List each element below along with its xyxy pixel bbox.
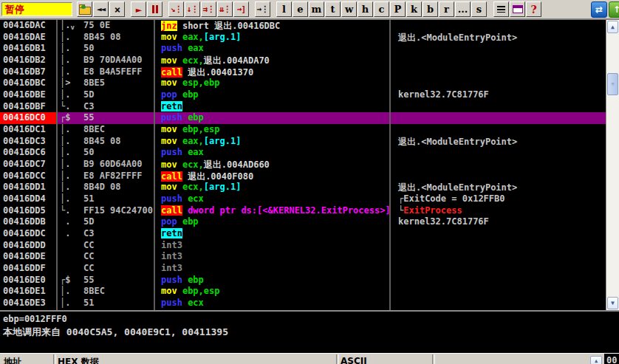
disassembly-pane: 00416DAC│.v75 0Ejnz short 退出.00416DBC004… [0,20,606,310]
help-button[interactable]: ? [526,1,541,17]
panel-letter-button-t[interactable]: t [325,1,341,17]
sync-button[interactable]: ⇄ [591,1,607,18]
panel-letter-button-l[interactable]: l [276,1,292,17]
disasm-row[interactable]: 00416DC0┌$55push ebp [0,112,606,124]
analysis-marker-cell: │. [58,182,82,193]
analysis-marker-cell: │. [58,159,82,171]
panel-letter-button-m[interactable]: m [309,1,324,17]
step-into-button[interactable]: ↘⋮ [168,1,184,17]
column-separator[interactable] [154,20,155,310]
panel-letter-button-P[interactable]: P [390,1,406,17]
panel-letter-button-k[interactable]: k [406,1,422,17]
comment-cell: └ExitProcess [394,205,606,217]
dump-scrollbar-up-icon[interactable]: ▲ [590,356,602,364]
analysis-marker-cell [58,251,82,263]
instruction-cell: mov ebp,esp [158,124,394,136]
toolbar-main-buttons: ◄◄×►↘⋮↓⋮⇉⋮⇊⋮→]→⋮ [77,1,271,17]
comment-cell: kernel32.7C81776F [394,89,606,101]
disasm-row[interactable]: 00416DDECCint3 [0,251,606,263]
step-over-button[interactable]: ↓⋮ [185,1,200,17]
analysis-marker-cell: . [58,216,82,228]
pause-button[interactable] [147,1,163,17]
disasm-row[interactable]: 00416DBC│>8BE5mov esp,ebp [0,78,606,89]
column-separator[interactable] [56,20,58,310]
disasm-row[interactable]: 00416DE3│.51push ecx [0,298,606,309]
disasm-row[interactable]: 00416DC1│.8BECmov ebp,esp [0,124,606,136]
disasm-row[interactable]: 00416DDDCCint3 [0,240,606,252]
panel-letter-button-c[interactable]: c [374,1,389,17]
instruction-cell: push eax [158,147,394,159]
disasm-row[interactable]: 00416DC3│.8B45 08mov eax,[arg.1]退出.<Modu… [0,136,606,148]
address-cell: 00416DD4 [0,193,58,205]
instruction-cell: push ebp [158,275,394,286]
panel-letter-button-r[interactable]: r [439,1,454,17]
comment-cell [394,112,606,124]
scrollbar-thumb[interactable]: ≡ [607,73,618,95]
address-cell: 00416DD5 [0,205,58,217]
panel-letter-button-h[interactable]: h [358,1,373,17]
panel-letter-button-b[interactable]: b [423,1,438,17]
log-window-button[interactable] [493,1,509,17]
update-button[interactable]: ↑ [609,1,619,18]
run-button[interactable]: ► [131,1,146,17]
close-program-button-glyph: × [114,4,120,16]
disasm-row[interactable]: 00416DDC .C3retn [0,228,606,240]
disasm-row[interactable]: 00416DB7│.E8 B4A5FEFFcall 退出.00401370 [0,66,606,78]
instruction-cell: mov ecx,退出.004ADA70 [158,55,394,66]
instruction-cell: push eax [158,43,394,55]
animate-over-button[interactable]: ⇊⋮ [217,1,233,17]
disasm-row[interactable]: 00416DCC│.E8 AF82FFFFcall 退出.0040F080 [0,171,606,182]
window-icon [513,5,523,13]
comment-cell [394,286,606,298]
toolbar: 暂停 ◄◄×►↘⋮↓⋮⇉⋮⇊⋮→]→⋮ lemtwhcPkbr...s ? ⇄↑ [0,0,619,20]
panel-letter-button-s[interactable]: s [471,1,487,17]
dump-header-address: 地址 [4,356,21,364]
close-program-button[interactable]: × [109,1,125,17]
animate-into-button[interactable]: ⇉⋮ [201,1,216,17]
panel-letter-button-more[interactable]: ... [455,1,471,17]
address-cell: 00416DDB [0,216,58,228]
disasm-row[interactable]: 00416DBF└.C3retn [0,101,606,113]
disasm-row[interactable]: 00416DD1│.8B4D 08mov ecx,[arg.1]退出.<Modu… [0,182,606,193]
disasm-row[interactable]: 00416DDFCCint3 [0,263,606,275]
instruction-cell: mov ecx,[arg.1] [158,182,394,193]
address-cell: 00416DDF [0,263,58,275]
ollydbg-cpu-window: { "toolbar": { "status_text": "暂停", "but… [0,0,619,364]
disasm-row[interactable]: 00416DC6│.50push eax [0,147,606,159]
panel-letter-button-e[interactable]: e [293,1,308,17]
disasm-row[interactable]: 00416DDB .5Dpop ebpkernel32.7C81776F [0,216,606,228]
disasm-row[interactable]: 00416DAE│.8B45 08mov eax,[arg.1]退出.<Modu… [0,32,606,44]
open-file-button[interactable] [77,1,92,17]
go-to-address-button[interactable]: →⋮ [255,1,270,17]
opcode-bytes-cell: 50 [82,147,158,159]
disasm-row[interactable]: 00416DAC│.v75 0Ejnz short 退出.00416DBC [0,20,606,32]
disasm-row[interactable]: 00416DC7│.B9 60D64A00mov ecx,退出.004AD660 [0,159,606,171]
panel-letter-button-w[interactable]: w [341,1,357,17]
disasm-row[interactable]: 00416DD5└.FF15 94C24700call dword ptr ds… [0,205,606,217]
scrollbar-down-icon[interactable]: ▼ [607,297,618,309]
disasm-row[interactable]: 00416DB2│.B9 70DA4A00mov ecx,退出.004ADA70 [0,55,606,66]
jump-down-icon: v [70,24,74,31]
disasm-row[interactable]: 00416DE0┌$55push ebp [0,275,606,286]
go-to-address-button-glyph: →⋮ [257,4,269,14]
comment-cell [394,251,606,263]
disasm-row[interactable]: 00416DBE│.5Dpop ebpkernel32.7C81776F [0,89,606,101]
windows-list-button[interactable] [510,1,525,17]
address-cell: 00416DAE [0,32,58,44]
opcode-bytes-cell: CC [82,263,158,275]
analysis-marker-cell: . [58,228,82,240]
disasm-row[interactable]: 00416DD4│.51push ecx┌ExitCode = 0x12FFB0 [0,193,606,205]
disasm-row[interactable]: 00416DE1│.8BECmov ebp,esp [0,286,606,298]
scrollbar-up-icon[interactable]: ▲ [607,21,618,33]
analysis-marker-cell: │> [58,78,82,89]
address-cell: 00416DCC [0,171,58,182]
column-separator[interactable] [389,20,391,310]
disasm-row[interactable]: 00416DB1│.50push eax [0,43,606,55]
dump-pane-header: 地址 HEX 数据 ASCII ▲ 00 [0,353,619,364]
opcode-bytes-cell: C3 [82,101,158,113]
opcode-bytes-cell: 8BEC [82,124,158,136]
disasm-scrollbar[interactable]: ▲ ≡ ▼ [606,20,619,310]
restart-button[interactable]: ◄◄ [93,1,109,17]
execute-till-return-button[interactable]: →] [233,1,249,17]
opcode-bytes-cell: E8 AF82FFFF [82,171,158,182]
